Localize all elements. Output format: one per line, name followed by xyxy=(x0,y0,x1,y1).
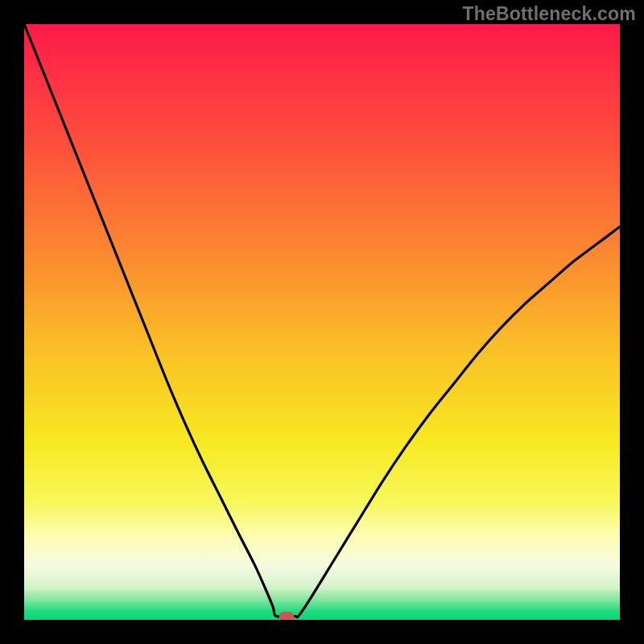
operating-point-marker xyxy=(279,612,294,620)
chart-plot-area xyxy=(24,24,620,620)
outer-frame: TheBottleneck.com xyxy=(0,0,644,644)
watermark-text: TheBottleneck.com xyxy=(462,3,636,25)
bottleneck-curve xyxy=(24,24,620,620)
